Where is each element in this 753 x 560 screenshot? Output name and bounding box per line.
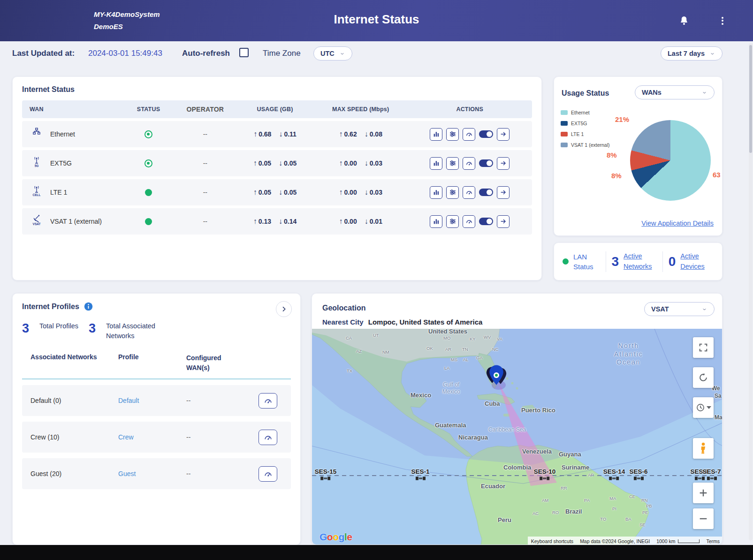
terms-link[interactable]: Terms xyxy=(703,537,723,545)
details-arrow-button[interactable] xyxy=(497,157,510,170)
configure-button[interactable] xyxy=(446,157,459,170)
map-canvas xyxy=(312,329,723,545)
map[interactable]: United StatesCAUTMOKYWVVAAZNMOKARTNNCTXM… xyxy=(312,329,723,545)
satellite-icon xyxy=(415,475,426,482)
speed-test-button[interactable] xyxy=(463,157,475,170)
map-label: TX xyxy=(347,368,352,374)
map-label: Mexico xyxy=(411,392,431,399)
satellite-marker[interactable]: SES-6 xyxy=(629,468,647,482)
profile-link[interactable]: Default xyxy=(118,397,139,404)
profile-link[interactable]: Guest xyxy=(118,470,136,477)
active-devices-link[interactable]: Active Devices xyxy=(680,251,714,271)
satellite-marker[interactable]: SES-1 xyxy=(411,468,429,482)
status-indicator xyxy=(145,218,152,225)
app-header: MY-K4DemoSystem DemoES Internet Status xyxy=(0,0,753,41)
details-arrow-button[interactable] xyxy=(497,186,510,199)
usage-status-title: Usage Status xyxy=(562,89,609,98)
wan-enable-toggle[interactable] xyxy=(479,189,493,196)
configured-wans-value: -- xyxy=(186,470,190,477)
keyboard-shortcuts-link[interactable]: Keyboard shortcuts xyxy=(528,537,577,545)
legend-chip xyxy=(561,110,568,115)
details-arrow-button[interactable] xyxy=(497,128,510,141)
configure-sliders-icon xyxy=(449,130,456,138)
kebab-menu-icon[interactable] xyxy=(716,14,729,27)
speed-test-button[interactable] xyxy=(463,186,475,199)
map-label: WV xyxy=(484,334,491,340)
satellite-label: SES-6 xyxy=(629,468,647,475)
satellite-label: SES-14 xyxy=(603,468,625,475)
download-icon xyxy=(279,130,284,138)
date-range-dropdown[interactable]: Last 7 days xyxy=(661,46,723,61)
map-label: PE xyxy=(642,510,648,515)
page-scrollbar[interactable] xyxy=(749,43,753,540)
map-label: AC xyxy=(532,511,539,516)
profile-link[interactable]: Crew xyxy=(118,433,134,441)
timezone-value: UTC xyxy=(320,50,335,57)
legend-chip xyxy=(561,121,568,126)
statistics-button[interactable] xyxy=(430,215,442,228)
profile-row: Crew (10) Crew -- xyxy=(22,422,291,453)
wan-name: VSAT 1 (external) xyxy=(50,218,102,225)
pie-slice-label: 63 xyxy=(713,171,721,179)
satellite-icon xyxy=(633,475,644,482)
fullscreen-button[interactable] xyxy=(693,337,714,358)
usage-pie[interactable] xyxy=(630,120,711,201)
profile-speedtest-button[interactable] xyxy=(259,393,277,409)
satellite-marker[interactable]: SES-15 xyxy=(315,468,337,482)
table-row: 5G EXT5G -- 0.050.05 0.000.03 xyxy=(22,150,532,176)
col-usage: USAGE (GB) xyxy=(236,106,314,113)
download-icon xyxy=(279,217,284,225)
statistics-button[interactable] xyxy=(430,128,442,141)
geo-source-value: VSAT xyxy=(651,305,669,313)
map-data-attribution: Map data ©2024 Google, INEGI xyxy=(577,537,653,545)
satellite-marker[interactable]: SES-10 xyxy=(534,468,556,482)
profile-speedtest-button[interactable] xyxy=(259,466,277,482)
satellite-marker[interactable]: SES-7 xyxy=(702,468,721,482)
legend-label: VSAT 1 (external) xyxy=(571,142,609,148)
zoom-out-button[interactable] xyxy=(693,508,714,529)
configure-button[interactable] xyxy=(446,186,459,199)
notification-bell-icon[interactable] xyxy=(677,14,691,27)
reset-view-button[interactable] xyxy=(693,367,714,388)
street-view-pegman[interactable] xyxy=(693,438,714,459)
satellite-icon xyxy=(609,475,619,482)
info-icon[interactable] xyxy=(84,302,93,311)
network-name: Guest (20) xyxy=(22,470,118,477)
speed-test-button[interactable] xyxy=(463,215,475,228)
geo-source-dropdown[interactable]: VSAT xyxy=(644,302,715,316)
usage-scope-dropdown[interactable]: WANs xyxy=(635,85,715,99)
statistics-button[interactable] xyxy=(430,157,442,170)
download-icon xyxy=(365,130,370,138)
operator-value: -- xyxy=(174,189,236,196)
scrollbar-thumb[interactable] xyxy=(749,45,752,153)
view-application-details-link[interactable]: View Application Details xyxy=(641,219,714,227)
legend-label: LTE 1 xyxy=(571,131,584,137)
profiles-expand-button[interactable] xyxy=(276,301,292,317)
wan-enable-toggle[interactable] xyxy=(479,218,493,225)
history-button[interactable] xyxy=(693,397,714,418)
map-label: Puerto Rico xyxy=(521,407,555,414)
profile-speedtest-button[interactable] xyxy=(259,430,277,445)
map-label: AR xyxy=(445,347,451,352)
zoom-in-button[interactable] xyxy=(693,483,714,503)
timezone-dropdown[interactable]: UTC xyxy=(313,46,352,61)
chevron-down-icon xyxy=(701,91,707,95)
wan-enable-toggle[interactable] xyxy=(479,159,493,167)
map-label: CA xyxy=(346,335,352,341)
wan-enable-toggle[interactable] xyxy=(479,130,493,138)
col-max-speed: MAX SPEED (Mbps) xyxy=(314,106,408,113)
speed-test-gauge-icon xyxy=(264,396,273,405)
satellite-marker[interactable]: SES-14 xyxy=(603,468,625,482)
configure-button[interactable] xyxy=(446,215,459,228)
vessel-location-pin[interactable] xyxy=(485,364,511,392)
statistics-icon xyxy=(433,218,440,225)
details-arrow-button[interactable] xyxy=(497,215,510,228)
speed-test-button[interactable] xyxy=(463,128,475,141)
satellite-label: SES-15 xyxy=(315,468,337,475)
configure-button[interactable] xyxy=(446,128,459,141)
map-label: Venezuela xyxy=(522,448,552,455)
statistics-button[interactable] xyxy=(430,186,442,199)
active-networks-link[interactable]: Active Networks xyxy=(624,251,657,271)
auto-refresh-checkbox[interactable] xyxy=(239,48,249,57)
usage-scope-value: WANs xyxy=(642,89,662,96)
